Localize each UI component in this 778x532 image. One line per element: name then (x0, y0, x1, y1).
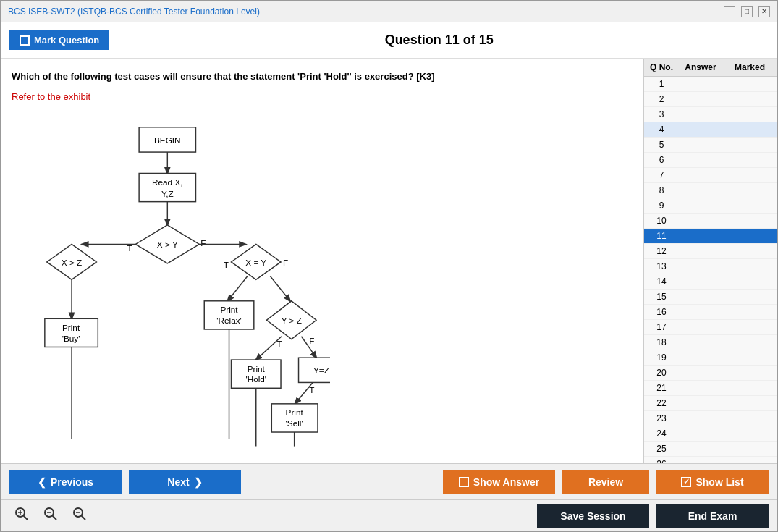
restore-button[interactable]: □ (741, 6, 753, 17)
sidebar-row[interactable]: 12 (644, 244, 777, 259)
svg-text:Y > Z: Y > Z (282, 316, 302, 325)
sidebar-row[interactable]: 25 (644, 442, 777, 457)
sidebar-row-marked (725, 109, 774, 120)
sidebar-col-answer: Answer (676, 62, 725, 72)
svg-line-63 (82, 516, 86, 520)
sidebar-row[interactable]: 5 (644, 138, 777, 153)
sidebar-row-num: 15 (647, 291, 676, 303)
sidebar-row-num: 17 (647, 321, 676, 333)
sidebar-col-marked: Marked (725, 62, 774, 72)
previous-button[interactable]: Previous (9, 470, 122, 494)
next-button[interactable]: Next (129, 470, 241, 494)
svg-text:F: F (309, 335, 314, 345)
question-area: Which of the following test cases will e… (1, 59, 643, 463)
sidebar-row-answer (676, 397, 725, 409)
sidebar-row[interactable]: 19 (644, 350, 777, 366)
sidebar-row-marked (725, 169, 774, 181)
save-session-button[interactable]: Save Session (537, 504, 649, 528)
next-chevron-icon (194, 476, 203, 488)
sidebar-row-answer (676, 124, 725, 135)
sidebar-row-num: 14 (647, 276, 676, 287)
svg-text:X > Z: X > Z (62, 257, 82, 266)
sidebar-list[interactable]: 1 2 3 4 5 6 7 8 (644, 77, 777, 463)
sidebar-row-marked (725, 367, 774, 379)
sidebar-row-marked (725, 139, 774, 151)
sidebar-row[interactable]: 18 (644, 335, 777, 350)
sidebar-row[interactable]: 1 (644, 77, 777, 92)
sidebar-row[interactable]: 7 (644, 168, 777, 183)
sidebar-row-num: 22 (647, 397, 676, 409)
sidebar-row-num: 13 (647, 261, 676, 272)
sidebar-row-marked (725, 291, 774, 303)
sidebar-row[interactable]: 9 (644, 198, 777, 214)
previous-label: Previous (51, 476, 93, 488)
zoom-in-button[interactable] (9, 504, 34, 527)
svg-text:Y=Z: Y=Z (313, 365, 329, 374)
svg-text:Read X,: Read X, (152, 177, 182, 187)
sidebar-row-num: 10 (647, 215, 676, 227)
sidebar-row[interactable]: 26 (644, 457, 777, 463)
show-answer-checkbox-icon (459, 477, 469, 487)
svg-text:'Hold': 'Hold' (245, 374, 266, 384)
svg-text:Print: Print (220, 305, 238, 314)
sidebar-row-marked (725, 428, 774, 439)
svg-text:T: T (224, 259, 229, 269)
sidebar-row[interactable]: 10 (644, 214, 777, 229)
review-button[interactable]: Review (562, 470, 649, 494)
end-exam-button[interactable]: End Exam (656, 504, 769, 528)
sidebar-col-qno: Q No. (647, 62, 676, 72)
window-title: BCS ISEB-SWT2 (ISTQB-BCS Certified Teste… (8, 7, 260, 17)
sidebar-row[interactable]: 23 (644, 411, 777, 426)
toolbar: Mark Question Question 11 of 15 (1, 22, 777, 59)
svg-text:Y,Z: Y,Z (161, 188, 174, 198)
end-exam-label: End Exam (688, 510, 737, 522)
svg-text:Print: Print (62, 322, 80, 332)
sidebar-row-answer (676, 321, 725, 333)
sidebar-row[interactable]: 21 (644, 381, 777, 396)
sidebar-row-answer (676, 352, 725, 363)
sidebar-header: Q No. Answer Marked (644, 59, 777, 77)
sidebar-row-marked (725, 261, 774, 272)
svg-text:Print: Print (248, 363, 266, 373)
svg-line-60 (53, 516, 57, 520)
sidebar-row-marked (725, 306, 774, 318)
sidebar-row[interactable]: 22 (644, 396, 777, 411)
sidebar-row-num: 16 (647, 306, 676, 318)
svg-text:F: F (283, 257, 288, 266)
zoom-reset-button[interactable] (38, 504, 63, 527)
svg-text:X > Y: X > Y (157, 240, 178, 249)
sidebar-row[interactable]: 20 (644, 366, 777, 381)
sidebar-row-answer (676, 276, 725, 287)
sidebar-row-answer (676, 169, 725, 181)
sidebar-row[interactable]: 8 (644, 183, 777, 198)
sidebar-row-num: 11 (647, 230, 676, 242)
sidebar-row[interactable]: 17 (644, 320, 777, 335)
zoom-out-button[interactable] (67, 504, 92, 527)
sidebar-row-marked (725, 215, 774, 227)
mark-question-button[interactable]: Mark Question (9, 30, 109, 50)
show-list-button[interactable]: ✓ Show List (656, 470, 769, 494)
sidebar-row[interactable]: 4 (644, 122, 777, 138)
sidebar-row[interactable]: 13 (644, 259, 777, 274)
sidebar-row[interactable]: 14 (644, 274, 777, 290)
sidebar-row[interactable]: 24 (644, 426, 777, 442)
sidebar-row-answer (676, 215, 725, 227)
prev-chevron-icon (38, 476, 46, 488)
sidebar-row[interactable]: 6 (644, 153, 777, 168)
sidebar-row-answer (676, 337, 725, 348)
sidebar-row[interactable]: 2 (644, 92, 777, 107)
exhibit-link[interactable]: Refer to the exhibit (12, 91, 633, 102)
show-answer-button[interactable]: Show Answer (443, 470, 555, 494)
svg-line-19 (228, 276, 248, 300)
sidebar-row[interactable]: 16 (644, 305, 777, 320)
svg-text:'Sell': 'Sell' (286, 418, 303, 428)
sidebar-row-marked (725, 458, 774, 463)
sidebar-row-num: 1 (647, 78, 676, 90)
close-button[interactable]: ✕ (758, 6, 770, 17)
sidebar-row[interactable]: 15 (644, 290, 777, 305)
sidebar-row[interactable]: 3 (644, 107, 777, 122)
minimize-button[interactable]: — (724, 6, 735, 17)
sidebar-row[interactable]: 11 (644, 229, 777, 244)
sidebar-row-num: 9 (647, 200, 676, 211)
show-answer-label: Show Answer (473, 476, 539, 488)
